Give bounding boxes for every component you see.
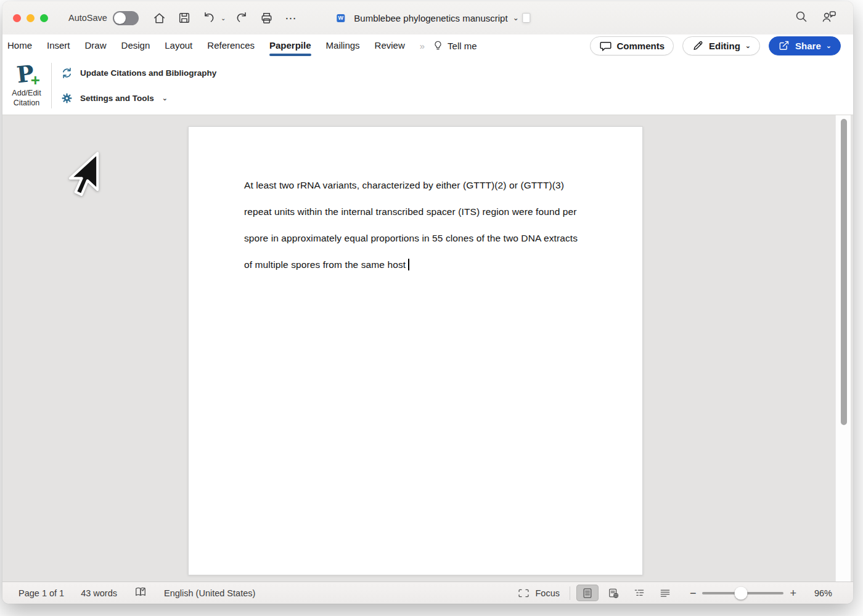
home-button[interactable] xyxy=(151,9,168,26)
ribbon-group-divider xyxy=(51,63,52,108)
word-count[interactable]: 43 words xyxy=(81,588,117,598)
editing-chevron-down-icon: ⌄ xyxy=(745,42,751,50)
tab-design[interactable]: Design xyxy=(121,36,150,55)
paperpile-ribbon: P + Add/Edit Citation Update Citations a… xyxy=(2,57,853,115)
redo-icon xyxy=(234,10,249,25)
spellcheck-book-icon xyxy=(134,586,147,598)
redo-button[interactable] xyxy=(233,9,250,26)
draft-view-button[interactable] xyxy=(654,585,676,601)
account-feedback-button[interactable] xyxy=(821,9,837,26)
document-line: of multiple spores from the same host xyxy=(244,251,608,278)
settings-tools-button[interactable]: Settings and Tools ⌄ xyxy=(60,92,168,105)
zoom-slider[interactable] xyxy=(702,592,783,594)
web-layout-icon xyxy=(607,587,620,599)
add-edit-citation-label-line1: Add/Edit xyxy=(12,89,41,99)
print-icon xyxy=(260,11,274,25)
vertical-scrollbar-thumb[interactable] xyxy=(841,119,847,425)
update-citations-button[interactable]: Update Citations and Bibliography xyxy=(60,67,216,79)
undo-button[interactable] xyxy=(200,9,218,26)
settings-tools-label: Settings and Tools xyxy=(80,94,154,103)
web-layout-view-button[interactable] xyxy=(602,585,624,601)
zoom-out-button[interactable]: − xyxy=(690,588,697,599)
title-chevron-down-icon: ⌄ xyxy=(513,14,519,22)
update-citations-label: Update Citations and Bibliography xyxy=(80,68,216,78)
share-icon xyxy=(778,39,790,52)
add-edit-citation-label-line2: Citation xyxy=(12,99,41,108)
zoom-window-button[interactable] xyxy=(40,14,48,22)
document-line: At least two rRNA variants, characterize… xyxy=(244,172,608,198)
spellcheck-button[interactable] xyxy=(134,586,147,600)
ribbon-tab-bar: Home Insert Draw Design Layout Reference… xyxy=(2,34,853,57)
home-icon xyxy=(152,11,166,25)
document-line: repeat units within the internal transcr… xyxy=(244,198,608,225)
autosave-label: AutoSave xyxy=(68,13,107,23)
print-layout-view-button[interactable] xyxy=(576,585,599,601)
comment-bubble-icon xyxy=(599,39,612,52)
save-button[interactable] xyxy=(176,9,193,26)
search-icon xyxy=(794,9,809,24)
word-document-icon: W xyxy=(337,12,349,24)
focus-frame-icon xyxy=(517,588,530,599)
share-label: Share xyxy=(795,41,821,51)
add-edit-citation-button[interactable]: P + Add/Edit Citation xyxy=(7,60,46,111)
document-text-block[interactable]: At least two rRNA variants, characterize… xyxy=(244,172,608,278)
document-title-menu[interactable]: W Bumblebee phylogenetics manuscript ⌄ xyxy=(337,1,518,34)
document-line: spore in approximately equal proportions… xyxy=(244,225,608,251)
mouse-cursor-icon xyxy=(68,151,100,197)
tell-me-button[interactable]: Tell me xyxy=(432,39,477,52)
comments-label: Comments xyxy=(617,41,665,51)
tab-draw[interactable]: Draw xyxy=(85,36,107,55)
zoom-slider-knob[interactable] xyxy=(734,586,747,599)
traffic-lights xyxy=(2,14,48,22)
tab-review[interactable]: Review xyxy=(375,36,405,55)
pencil-icon xyxy=(692,39,704,52)
tab-mailings[interactable]: Mailings xyxy=(326,36,360,55)
focus-label: Focus xyxy=(535,588,560,598)
search-button[interactable] xyxy=(794,9,809,26)
zoom-level[interactable]: 96% xyxy=(803,588,832,598)
title-bar: AutoSave ⌄ ⋯ xyxy=(2,1,853,34)
ellipsis-icon: ⋯ xyxy=(285,11,297,25)
zoom-in-button[interactable]: + xyxy=(790,588,796,599)
lightbulb-icon xyxy=(432,39,444,52)
more-toolbar-options-button[interactable]: ⋯ xyxy=(282,9,300,26)
tell-me-label: Tell me xyxy=(448,41,477,51)
page-indicator[interactable]: Page 1 of 1 xyxy=(18,588,64,598)
autosave-toggle[interactable] xyxy=(113,11,139,25)
undo-dropdown-chevron-icon[interactable]: ⌄ xyxy=(221,15,226,22)
status-divider xyxy=(570,586,570,600)
tab-insert[interactable]: Insert xyxy=(47,36,70,55)
autosave-toggle-knob xyxy=(114,12,126,24)
text-cursor xyxy=(408,259,409,270)
sync-refresh-icon xyxy=(60,67,73,79)
minimize-window-button[interactable] xyxy=(27,14,35,22)
share-button[interactable]: Share ⌄ xyxy=(769,36,841,55)
share-chevron-down-icon: ⌄ xyxy=(826,42,832,50)
status-bar: Page 1 of 1 43 words English (United Sta… xyxy=(2,582,853,604)
paperpile-logo-icon: P + xyxy=(14,62,39,89)
tab-layout[interactable]: Layout xyxy=(165,36,192,55)
document-title: Bumblebee phylogenetics manuscript xyxy=(354,13,507,23)
close-window-button[interactable] xyxy=(13,14,21,22)
tab-references[interactable]: References xyxy=(207,36,255,55)
print-layout-icon xyxy=(581,587,594,599)
person-chat-icon xyxy=(821,9,837,24)
vertical-scrollbar-track[interactable] xyxy=(835,115,851,582)
print-button[interactable] xyxy=(258,9,275,26)
document-canvas: At least two rRNA variants, characterize… xyxy=(2,115,853,582)
editing-mode-button[interactable]: Editing ⌄ xyxy=(682,36,760,55)
outline-view-button[interactable] xyxy=(628,585,650,601)
save-icon xyxy=(178,11,191,25)
comments-button[interactable]: Comments xyxy=(590,36,674,55)
language-indicator[interactable]: English (United States) xyxy=(164,588,255,598)
editing-label: Editing xyxy=(709,41,740,51)
draft-view-icon xyxy=(659,587,671,599)
focus-mode-button[interactable]: Focus xyxy=(517,588,560,599)
tab-paperpile[interactable]: Paperpile xyxy=(269,36,311,55)
tab-overflow-chevron-icon[interactable]: » xyxy=(420,41,423,51)
tab-home[interactable]: Home xyxy=(7,36,32,55)
document-page[interactable]: At least two rRNA variants, characterize… xyxy=(188,126,643,575)
settings-chevron-down-icon: ⌄ xyxy=(162,94,168,102)
undo-icon xyxy=(202,10,216,25)
word-app-window: AutoSave ⌄ ⋯ xyxy=(2,1,853,604)
